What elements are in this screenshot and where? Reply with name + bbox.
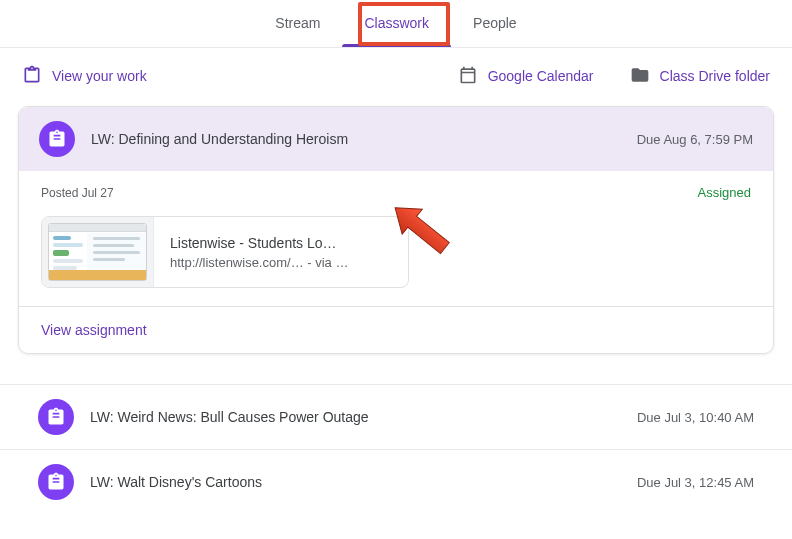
folder-icon: [630, 65, 650, 88]
assignment-card-footer: View assignment: [19, 306, 773, 353]
tab-stream-label: Stream: [275, 15, 320, 31]
assignment-due: Due Aug 6, 7:59 PM: [637, 132, 753, 147]
assignment-row-due: Due Jul 3, 10:40 AM: [637, 410, 754, 425]
assignment-meta-row: Posted Jul 27 Assigned: [41, 185, 751, 216]
assignment-row-due: Due Jul 3, 12:45 AM: [637, 475, 754, 490]
view-your-work-link[interactable]: View your work: [18, 59, 151, 94]
clipboard-icon: [38, 399, 74, 435]
attachment-thumbnail: [42, 217, 154, 287]
tab-classwork[interactable]: Classwork: [342, 0, 451, 47]
assignment-card-expanded: LW: Defining and Understanding Heroism D…: [18, 106, 774, 354]
attachment-title: Listenwise - Students Lo…: [170, 235, 348, 251]
assignment-row[interactable]: LW: Walt Disney's Cartoons Due Jul 3, 12…: [0, 449, 792, 514]
tab-classwork-label: Classwork: [364, 15, 429, 31]
status-badge: Assigned: [698, 185, 751, 200]
tab-bar: Stream Classwork People: [0, 0, 792, 48]
view-your-work-label: View your work: [52, 68, 147, 84]
view-assignment-link[interactable]: View assignment: [41, 322, 147, 338]
drive-label: Class Drive folder: [660, 68, 770, 84]
attachment-subtext: http://listenwise.com/… - via …: [170, 255, 348, 270]
calendar-icon: [458, 65, 478, 88]
assignment-title: LW: Defining and Understanding Heroism: [91, 131, 637, 147]
assignment-posted: Posted Jul 27: [41, 186, 698, 200]
tab-stream[interactable]: Stream: [253, 0, 342, 47]
google-calendar-link[interactable]: Google Calendar: [454, 59, 598, 94]
assignment-badge-icon: [22, 65, 42, 88]
tab-people-label: People: [473, 15, 517, 31]
actions-row: View your work Google Calendar Class Dri…: [0, 48, 792, 104]
assignment-card-header[interactable]: LW: Defining and Understanding Heroism D…: [19, 107, 773, 171]
attachment-info: Listenwise - Students Lo… http://listenw…: [154, 235, 364, 270]
calendar-label: Google Calendar: [488, 68, 594, 84]
tab-people[interactable]: People: [451, 0, 539, 47]
clipboard-icon: [38, 464, 74, 500]
assignment-row-title: LW: Walt Disney's Cartoons: [90, 474, 637, 490]
clipboard-icon: [39, 121, 75, 157]
assignment-row[interactable]: LW: Weird News: Bull Causes Power Outage…: [0, 384, 792, 449]
attachment-card[interactable]: Listenwise - Students Lo… http://listenw…: [41, 216, 409, 288]
assignment-card-body: Posted Jul 27 Assigned: [19, 171, 773, 306]
assignment-row-title: LW: Weird News: Bull Causes Power Outage: [90, 409, 637, 425]
class-drive-folder-link[interactable]: Class Drive folder: [626, 59, 774, 94]
